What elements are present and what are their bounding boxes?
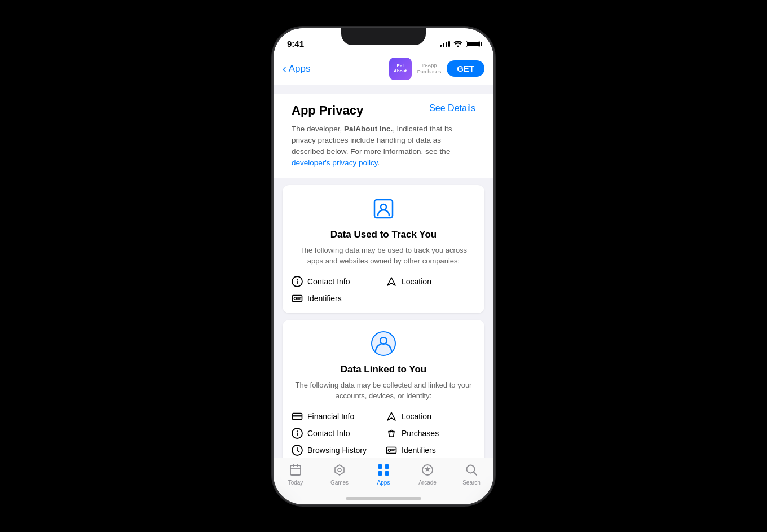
back-label: Apps <box>289 63 311 74</box>
svg-point-1 <box>381 204 386 210</box>
battery-fill <box>467 42 479 46</box>
svg-rect-3 <box>297 280 298 284</box>
id-card-icon-linked <box>386 445 397 456</box>
svg-point-4 <box>297 279 298 280</box>
linked-to-you-desc: The following data may be collected and … <box>292 380 475 402</box>
info-circle-icon <box>292 276 303 287</box>
privacy-description: The developer, PalAbout Inc., indicated … <box>283 124 484 178</box>
location-arrow-icon-2 <box>386 411 397 422</box>
signal-bars-icon <box>440 41 450 47</box>
tab-today[interactable]: Today <box>274 463 318 486</box>
tab-apps-label: Apps <box>377 480 390 486</box>
privacy-title: App Privacy <box>292 103 363 118</box>
status-icons <box>440 39 480 49</box>
credit-card-icon <box>292 411 303 422</box>
track-icon-wrap <box>292 196 475 223</box>
linked-to-you-title: Data Linked to You <box>292 364 475 375</box>
app-icon-text: PalAbout <box>394 64 407 74</box>
shopping-bag-icon <box>386 428 397 439</box>
linked-items-grid: Financial Info Location <box>292 411 475 456</box>
track-you-desc: The following data may be used to track … <box>292 245 475 267</box>
track-identifiers-label: Identifiers <box>307 294 342 303</box>
track-item-identifiers: Identifiers <box>292 293 381 304</box>
linked-item-purchases: Purchases <box>386 428 475 439</box>
linked-contact-info-label: Contact Info <box>307 429 350 438</box>
arcade-icon <box>420 463 435 477</box>
tab-apps[interactable]: Apps <box>362 463 405 486</box>
home-indicator <box>346 497 421 500</box>
svg-point-27 <box>338 468 341 472</box>
track-you-title: Data Used to Track You <box>292 229 475 240</box>
linked-icon-wrap <box>292 331 475 358</box>
privacy-header: App Privacy See Details The developer, P… <box>274 94 493 178</box>
svg-point-17 <box>297 430 298 432</box>
search-icon <box>464 463 479 477</box>
in-app-purchases-label: In-App Purchases <box>417 63 442 75</box>
tab-today-label: Today <box>288 480 303 486</box>
back-button[interactable]: ‹ Apps <box>283 62 310 75</box>
phone-screen: 9:41 <box>274 28 493 504</box>
privacy-title-row: App Privacy See Details <box>283 103 484 118</box>
track-item-location: Location <box>386 276 475 287</box>
linked-item-contact-info: Contact Info <box>292 428 381 439</box>
id-card-icon-track <box>292 293 303 304</box>
svg-point-7 <box>294 297 296 299</box>
linked-item-financial: Financial Info <box>292 411 381 422</box>
tab-games[interactable]: Games <box>318 463 362 486</box>
linked-item-identifiers: Identifiers <box>386 445 475 456</box>
notch <box>341 28 426 45</box>
tab-search[interactable]: Search <box>449 463 493 486</box>
get-button[interactable]: GET <box>447 60 484 77</box>
apps-icon <box>376 463 391 477</box>
app-icon: PalAbout <box>389 58 412 80</box>
see-details-link[interactable]: See Details <box>429 103 475 113</box>
tab-arcade-label: Arcade <box>418 480 437 486</box>
in-app-label-line2: Purchases <box>417 69 442 75</box>
linked-purchases-label: Purchases <box>402 429 439 438</box>
linked-financial-label: Financial Info <box>307 412 354 421</box>
signal-bar-4 <box>448 41 450 47</box>
privacy-policy-link[interactable]: developer's privacy policy <box>292 159 377 167</box>
svg-rect-31 <box>385 471 389 476</box>
status-time: 9:41 <box>287 39 304 49</box>
svg-point-20 <box>388 449 390 451</box>
track-item-contact-info: Contact Info <box>292 276 381 287</box>
tab-games-label: Games <box>330 480 349 486</box>
linked-to-you-card: Data Linked to You The following data ma… <box>283 320 484 458</box>
location-arrow-icon <box>386 276 397 287</box>
svg-marker-14 <box>387 412 395 420</box>
linked-location-label: Location <box>402 412 431 421</box>
svg-line-34 <box>474 472 477 475</box>
tab-search-label: Search <box>462 480 481 486</box>
svg-rect-29 <box>385 464 389 469</box>
today-icon <box>288 463 303 477</box>
clock-icon <box>292 445 303 456</box>
svg-rect-13 <box>293 415 302 416</box>
svg-rect-23 <box>290 465 301 475</box>
track-contact-info-label: Contact Info <box>307 277 350 286</box>
signal-bar-2 <box>443 43 444 47</box>
info-circle-icon-2 <box>292 428 303 439</box>
track-you-card: Data Used to Track You The following dat… <box>283 185 484 313</box>
games-icon <box>332 463 347 477</box>
linked-item-browsing: Browsing History <box>292 445 381 456</box>
svg-marker-5 <box>387 278 395 285</box>
svg-rect-28 <box>378 464 382 469</box>
svg-rect-30 <box>378 471 382 476</box>
in-app-label-line1: In-App <box>422 63 437 69</box>
track-you-icon <box>371 196 396 221</box>
phone-frame: 9:41 <box>274 28 493 504</box>
tab-arcade[interactable]: Arcade <box>405 463 449 486</box>
linked-identifiers-label: Identifiers <box>402 446 436 455</box>
battery-icon <box>466 41 480 47</box>
linked-browsing-label: Browsing History <box>307 446 367 455</box>
scroll-content[interactable]: App Privacy See Details The developer, P… <box>274 85 493 458</box>
track-location-label: Location <box>402 277 431 286</box>
linked-to-you-icon <box>371 331 396 356</box>
signal-bar-1 <box>440 45 442 47</box>
track-items-grid: Contact Info Location <box>292 276 475 304</box>
signal-bar-3 <box>446 42 447 47</box>
linked-item-location: Location <box>386 411 475 422</box>
wifi-icon <box>453 39 462 49</box>
back-chevron-icon: ‹ <box>283 62 286 75</box>
